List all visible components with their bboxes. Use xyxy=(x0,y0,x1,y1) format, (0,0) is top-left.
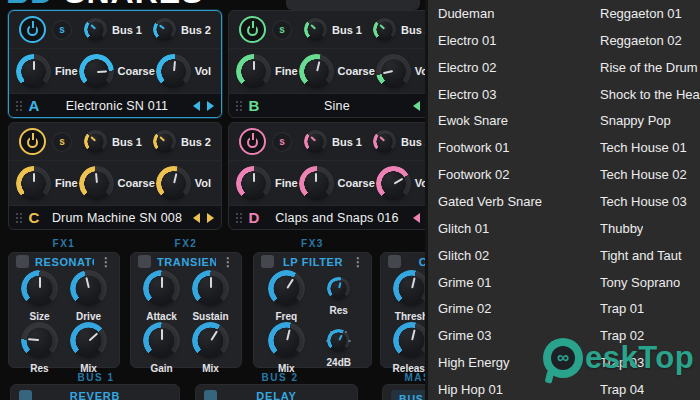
preset-list-item[interactable]: Electro 01 xyxy=(438,31,497,51)
mix-knob[interactable] xyxy=(73,325,104,356)
fine-knob[interactable] xyxy=(239,169,268,198)
preset-list-item[interactable]: Grime 02 xyxy=(438,299,491,319)
preset-list-item[interactable]: Grime 03 xyxy=(438,326,491,346)
solo-button[interactable]: s xyxy=(52,20,72,40)
fx-menu-icon[interactable]: ⋮ xyxy=(100,257,112,267)
bus2-send-knob[interactable] xyxy=(375,20,394,39)
res-knob[interactable] xyxy=(329,279,348,298)
mix-knob[interactable] xyxy=(195,325,226,356)
grip-dot xyxy=(240,213,242,215)
coarse-knob[interactable] xyxy=(82,57,111,86)
power-button[interactable] xyxy=(239,16,266,43)
prev-preset-button[interactable] xyxy=(413,213,420,223)
preset-list-item[interactable]: Tech House 01 xyxy=(600,138,687,158)
fine-knob[interactable] xyxy=(19,169,48,198)
channel-knob-row: FineCoarseVol xyxy=(9,160,221,205)
sample-preset-name[interactable]: Claps and Snaps 016 xyxy=(266,211,408,225)
preset-list-item[interactable]: Tech House 02 xyxy=(600,165,687,185)
preset-list-item[interactable]: Tech House 03 xyxy=(600,192,687,212)
coarse-knob[interactable] xyxy=(302,57,331,86)
fine-knob[interactable] xyxy=(19,57,48,86)
power-button[interactable] xyxy=(19,128,46,155)
header-menu-button[interactable] xyxy=(286,0,420,10)
preset-list-item[interactable]: Footwork 01 xyxy=(438,138,510,158)
24db-knob[interactable] xyxy=(329,331,348,350)
preset-list-item[interactable]: High Energy xyxy=(438,353,510,373)
knob-label: Vol xyxy=(195,177,211,189)
solo-button[interactable]: s xyxy=(272,132,292,152)
res-knob[interactable] xyxy=(24,325,55,356)
coarse-knob[interactable] xyxy=(302,169,331,198)
next-preset-button[interactable] xyxy=(207,213,214,223)
bus1-send-group: Bus 1 xyxy=(86,132,142,151)
fx-enable-checkbox[interactable] xyxy=(19,390,32,400)
preset-list-item[interactable]: Tight and Taut xyxy=(600,246,682,266)
preset-list-item[interactable]: Snappy Pop xyxy=(600,111,671,131)
preset-list-item[interactable]: Footwork 02 xyxy=(438,165,510,185)
drag-handle[interactable] xyxy=(236,101,242,111)
preset-list-item[interactable]: Ewok Snare xyxy=(438,111,508,131)
power-button[interactable] xyxy=(239,128,266,155)
bus2-send-knob[interactable] xyxy=(375,132,394,151)
coarse-knob[interactable] xyxy=(82,169,111,198)
drag-handle[interactable] xyxy=(16,101,22,111)
preset-list-item[interactable]: Dudeman xyxy=(438,4,494,24)
fx-enable-checkbox[interactable] xyxy=(261,255,274,268)
grip-dot xyxy=(16,221,18,223)
freq-knob[interactable] xyxy=(271,273,302,304)
solo-button[interactable]: s xyxy=(272,20,292,40)
bus1-send-knob[interactable] xyxy=(86,20,105,39)
channel-c: sBus 1Bus 2FineCoarseVolCDrum Machine SN… xyxy=(8,122,222,230)
prev-preset-button[interactable] xyxy=(413,101,420,111)
size-knob[interactable] xyxy=(24,273,55,304)
preset-list-item[interactable]: Trap 04 xyxy=(600,380,644,400)
next-preset-button[interactable] xyxy=(207,101,214,111)
sample-preset-name[interactable]: Electronic SN 011 xyxy=(46,99,188,113)
sustain-knob[interactable] xyxy=(195,273,226,304)
mix-knob[interactable] xyxy=(271,325,302,356)
preset-list-item[interactable]: Thubby xyxy=(600,219,643,239)
prev-preset-button[interactable] xyxy=(193,213,200,223)
attack-knob[interactable] xyxy=(146,273,177,304)
fx-menu-icon[interactable]: ⋮ xyxy=(222,257,234,267)
preset-list-item[interactable]: Trap 01 xyxy=(600,299,644,319)
bus2-send-knob[interactable] xyxy=(155,20,174,39)
preset-list-item[interactable]: Glitch 01 xyxy=(438,219,489,239)
bus1-send-knob[interactable] xyxy=(306,20,325,39)
drag-handle[interactable] xyxy=(16,213,22,223)
drive-knob[interactable] xyxy=(73,273,104,304)
prev-preset-button[interactable] xyxy=(193,101,200,111)
preset-list-item[interactable]: Reggaeton 01 xyxy=(600,4,682,24)
fine-knob[interactable] xyxy=(239,57,268,86)
fx-enable-checkbox[interactable] xyxy=(204,390,217,400)
fx-enable-checkbox[interactable] xyxy=(388,255,401,268)
sample-preset-name[interactable]: Sine xyxy=(266,99,408,113)
vol-knob[interactable] xyxy=(159,57,188,86)
fx-menu-icon[interactable]: ⋮ xyxy=(352,257,364,267)
drag-handle[interactable] xyxy=(236,213,242,223)
gain-knob[interactable] xyxy=(146,325,177,356)
thresh-knob[interactable] xyxy=(396,273,427,304)
release-knob[interactable] xyxy=(396,325,427,356)
preset-list-item[interactable]: Hip Hop 01 xyxy=(438,380,503,400)
solo-button[interactable]: s xyxy=(52,132,72,152)
preset-list-item[interactable]: Electro 02 xyxy=(438,58,497,78)
bus1-send-knob[interactable] xyxy=(306,132,325,151)
fx-enable-checkbox[interactable] xyxy=(138,255,151,268)
preset-list-item[interactable]: Electro 03 xyxy=(438,85,497,105)
sample-preset-name[interactable]: Drum Machine SN 008 xyxy=(46,211,188,225)
preset-list-item[interactable]: Shock to the Heart xyxy=(600,85,700,105)
bus2-send-knob[interactable] xyxy=(155,132,174,151)
preset-list-item[interactable]: Glitch 02 xyxy=(438,246,489,266)
fx-enable-checkbox[interactable] xyxy=(16,255,29,268)
vol-knob[interactable] xyxy=(159,169,188,198)
vol-knob[interactable] xyxy=(379,57,408,86)
preset-list-item[interactable]: Rise of the Drum M xyxy=(600,58,700,78)
preset-list-item[interactable]: Reggaeton 02 xyxy=(600,31,682,51)
vol-knob[interactable] xyxy=(379,169,408,198)
preset-list-item[interactable]: Gated Verb Snare xyxy=(438,192,542,212)
power-button[interactable] xyxy=(19,16,46,43)
bus1-send-knob[interactable] xyxy=(86,132,105,151)
preset-list-item[interactable]: Grime 01 xyxy=(438,273,491,293)
preset-list-item[interactable]: Tony Soprano xyxy=(600,273,680,293)
